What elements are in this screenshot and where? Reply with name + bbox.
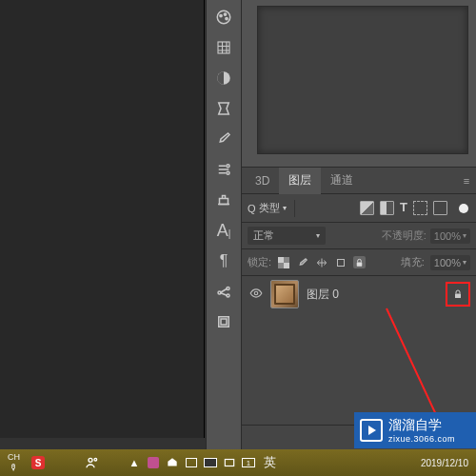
visibility-eye-icon[interactable] [249, 287, 263, 303]
filter-toggle[interactable] [459, 204, 468, 213]
blend-mode-select[interactable]: 正常 ▾ [248, 227, 326, 245]
vertical-toolbar: A| ¶ [206, 0, 242, 449]
blend-row: 正常 ▾ 不透明度: 100%▾ [242, 223, 476, 249]
tab-channels[interactable]: 通道 [321, 168, 363, 194]
svg-rect-15 [278, 257, 284, 263]
lock-transparency-icon[interactable] [277, 256, 289, 268]
ime-indicator[interactable]: CH 🎙 [4, 451, 24, 474]
svg-rect-23 [225, 460, 233, 466]
filter-smart-icon[interactable] [433, 201, 447, 215]
svg-point-0 [217, 10, 230, 24]
watermark: 溜溜自学 zixue.3066.com [354, 412, 476, 448]
panel-tabs: 3D 图层 通道 ≡ [242, 168, 476, 194]
sogou-icon[interactable]: S [28, 454, 49, 471]
search-prefix: Q [248, 203, 256, 214]
blend-mode-label: 正常 [253, 228, 274, 243]
ime-lang: CH [8, 453, 20, 462]
svg-point-7 [227, 171, 229, 174]
tray-icon-6[interactable] [222, 455, 237, 470]
watermark-sub: zixue.3066.com [388, 434, 455, 444]
styles-icon[interactable] [210, 95, 237, 122]
clone-icon[interactable] [210, 187, 237, 213]
svg-rect-16 [284, 263, 289, 268]
share-icon[interactable] [210, 278, 237, 305]
filter-icons: T [360, 201, 447, 215]
layer-name: 图层 0 [307, 287, 339, 303]
lock-paint-icon[interactable] [296, 256, 308, 268]
svg-point-11 [227, 294, 229, 297]
brush-settings-icon[interactable] [210, 156, 237, 183]
filter-pixel-icon[interactable] [360, 201, 374, 215]
svg-rect-8 [220, 199, 228, 205]
svg-point-19 [254, 291, 258, 295]
tray-icon-2[interactable] [146, 455, 161, 470]
svg-point-9 [218, 291, 221, 294]
taskbar: CH 🎙 S ▲ 1 英 2019/12/10 [0, 449, 476, 476]
brush-icon[interactable] [210, 126, 237, 152]
filter-kind-label: 类型 [259, 201, 280, 215]
svg-point-21 [89, 458, 92, 462]
play-icon [360, 419, 383, 442]
filter-adjustment-icon[interactable] [380, 201, 394, 215]
adjustments-icon[interactable] [210, 65, 237, 91]
svg-point-2 [224, 13, 226, 15]
tray-icon-5[interactable] [203, 455, 218, 470]
svg-point-22 [94, 458, 97, 461]
preview-canvas [257, 6, 468, 154]
fill-label: 填充: [401, 255, 425, 269]
layer-item[interactable]: 图层 0 [242, 276, 476, 312]
filter-type-icon[interactable]: T [400, 201, 407, 215]
swatches-icon[interactable] [210, 34, 237, 61]
layer-lock-icon[interactable] [446, 282, 470, 307]
people-icon[interactable] [85, 455, 100, 470]
lock-row: 锁定: 填充: 100%▾ [242, 249, 476, 276]
layers-list: 图层 0 [242, 276, 476, 425]
layer-filter-row: Q 类型 ▾ T [242, 194, 476, 223]
panel-menu-icon[interactable]: ≡ [457, 175, 476, 187]
svg-point-3 [226, 17, 228, 19]
tray-icon-7[interactable]: 1 [241, 455, 256, 470]
lock-artboard-icon[interactable] [334, 256, 347, 268]
canvas-area[interactable] [0, 0, 205, 438]
tab-3d[interactable]: 3D [246, 168, 279, 194]
opacity-label: 不透明度: [382, 228, 426, 243]
svg-point-6 [227, 165, 229, 168]
watermark-title: 溜溜自学 [388, 417, 455, 434]
paragraph-icon[interactable]: ¶ [210, 248, 237, 274]
layer-thumbnail[interactable] [270, 280, 299, 308]
libraries-icon[interactable] [210, 308, 237, 335]
chevron-down-icon: ▾ [316, 231, 320, 240]
lock-position-icon[interactable] [315, 256, 327, 268]
character-icon[interactable]: A| [210, 217, 237, 244]
svg-rect-17 [337, 259, 344, 266]
tray-icon-4[interactable] [184, 455, 199, 470]
lock-all-icon[interactable] [353, 256, 366, 268]
properties-panel [242, 6, 476, 168]
lock-label: 锁定: [248, 255, 271, 269]
svg-point-10 [227, 288, 229, 290]
svg-point-1 [220, 14, 222, 16]
right-panel: 3D 图层 通道 ≡ Q 类型 ▾ T 正常 ▾ 不透明度: 100%▾ 锁定: [242, 0, 476, 449]
fill-value[interactable]: 100%▾ [430, 255, 470, 270]
filter-shape-icon[interactable] [413, 201, 427, 215]
filter-search[interactable]: Q 类型 ▾ [248, 201, 287, 215]
taskbar-date[interactable]: 2019/12/10 [417, 456, 472, 470]
svg-rect-20 [455, 294, 461, 299]
ime-mode[interactable]: 英 [260, 452, 280, 473]
opacity-value[interactable]: 100%▾ [430, 228, 470, 244]
tab-layers[interactable]: 图层 [279, 168, 321, 194]
svg-rect-13 [221, 319, 227, 325]
svg-rect-18 [357, 262, 363, 266]
tray-icon-1[interactable]: ▲ [127, 455, 142, 470]
svg-rect-4 [218, 42, 229, 53]
chevron-down-icon: ▾ [283, 204, 287, 212]
color-icon[interactable] [210, 4, 237, 30]
tray-icon-3[interactable] [165, 455, 180, 470]
